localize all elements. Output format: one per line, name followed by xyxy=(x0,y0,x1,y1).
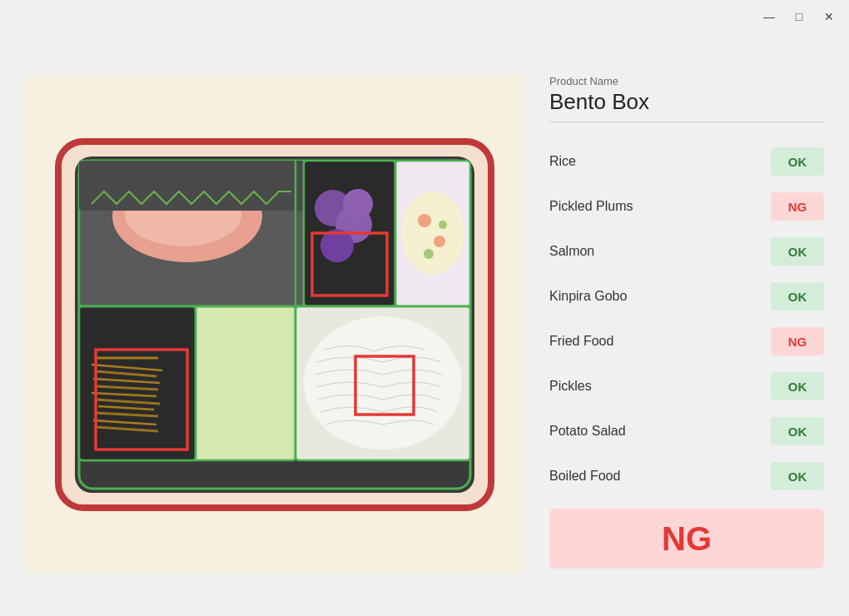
item-label: Kinpira Gobo xyxy=(549,289,627,304)
items-list: RiceOKPickled PlumsNGSalmonOKKinpira Gob… xyxy=(549,139,824,499)
status-badge: NG xyxy=(771,327,824,355)
item-row: Kinpira GoboOK xyxy=(549,274,824,319)
item-row: PicklesOK xyxy=(549,364,824,409)
item-label: Pickles xyxy=(549,379,592,394)
titlebar: — □ ✕ xyxy=(0,0,849,33)
svg-point-16 xyxy=(434,236,445,247)
item-label: Pickled Plums xyxy=(549,199,633,214)
item-row: SalmonOK xyxy=(549,229,824,274)
item-label: Rice xyxy=(549,154,576,169)
svg-point-15 xyxy=(418,214,431,227)
item-label: Salmon xyxy=(549,244,594,259)
maximize-button[interactable]: □ xyxy=(787,5,811,28)
item-row: Boiled FoodOK xyxy=(549,454,824,499)
overall-result-badge: NG xyxy=(549,509,824,569)
svg-point-18 xyxy=(439,221,447,229)
status-badge: NG xyxy=(771,192,824,221)
minimize-button[interactable]: — xyxy=(757,5,781,28)
bento-image-panel xyxy=(25,75,524,574)
svg-point-17 xyxy=(424,249,434,259)
status-badge: OK xyxy=(771,417,824,445)
svg-point-11 xyxy=(343,189,373,219)
item-label: Boiled Food xyxy=(549,469,620,484)
status-badge: OK xyxy=(771,462,824,490)
product-section: Product Name Bento Box xyxy=(549,75,824,122)
svg-point-14 xyxy=(401,191,464,275)
status-badge: OK xyxy=(771,372,824,400)
status-badge: OK xyxy=(771,237,824,266)
product-name: Bento Box xyxy=(549,89,824,122)
close-button[interactable]: ✕ xyxy=(817,5,841,28)
bento-svg xyxy=(50,125,499,524)
item-row: RiceOK xyxy=(549,139,824,184)
item-label: Potato Salad xyxy=(549,424,626,439)
item-row: Potato SaladOK xyxy=(549,409,824,454)
item-row: Fried FoodNG xyxy=(549,319,824,364)
item-label: Fried Food xyxy=(549,334,613,349)
right-panel: Product Name Bento Box RiceOKPickled Plu… xyxy=(549,33,824,569)
main-content: Product Name Bento Box RiceOKPickled Plu… xyxy=(0,33,849,616)
status-badge: OK xyxy=(771,282,824,310)
overall-result-text: NG xyxy=(662,520,712,558)
product-label: Product Name xyxy=(549,75,824,87)
svg-point-26 xyxy=(304,316,462,450)
item-row: Pickled PlumsNG xyxy=(549,184,824,229)
status-badge: OK xyxy=(771,147,824,176)
